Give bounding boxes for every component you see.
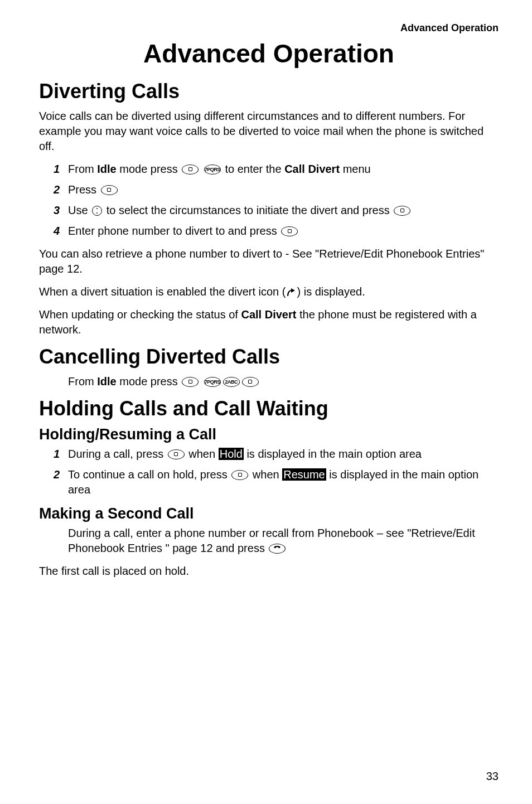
text-fragment: When updating or checking the status of bbox=[39, 308, 241, 321]
text-fragment: is displayed in the main option area bbox=[244, 448, 422, 460]
text-bold: Idle bbox=[97, 375, 116, 388]
text-fragment: menu bbox=[340, 163, 371, 175]
select-button-icon bbox=[242, 377, 259, 387]
diverting-note-icon: When a divert situation is enabled the d… bbox=[39, 284, 499, 299]
select-button-icon bbox=[101, 185, 118, 195]
list-item: 4 Enter phone number to divert to and pr… bbox=[54, 224, 499, 239]
diverting-note-network: When updating or checking the status of … bbox=[39, 307, 499, 337]
diverting-steps-list: 1 From Idle mode press 7PQRS to enter th… bbox=[54, 162, 499, 239]
text-fragment: Use bbox=[68, 204, 91, 216]
step-content: Press bbox=[68, 182, 499, 197]
key-2-icon: 2ABC bbox=[223, 377, 240, 387]
list-item: 2 To continue a call on hold, press when… bbox=[54, 467, 499, 497]
key-7-icon: 7PQRS bbox=[204, 164, 221, 175]
subheading-holding-resuming: Holding/Resuming a Call bbox=[39, 426, 499, 443]
list-item: 3 Use to select the circumstances to ini… bbox=[54, 203, 499, 218]
step-number: 1 bbox=[54, 447, 68, 462]
page-header-section: Advanced Operation bbox=[39, 22, 499, 34]
text-fragment: when bbox=[249, 468, 282, 481]
inverted-label: Resume bbox=[282, 468, 326, 481]
text-fragment: Press bbox=[68, 183, 100, 196]
second-call-note: The first call is placed on hold. bbox=[39, 564, 499, 579]
step-number: 1 bbox=[54, 162, 68, 177]
step-content: Use to select the circumstances to initi… bbox=[68, 203, 499, 218]
step-content: From Idle mode press 7PQRS to enter the … bbox=[68, 162, 499, 177]
step-number: 4 bbox=[54, 224, 68, 239]
holding-steps-list: 1 During a call, press when Hold is disp… bbox=[54, 447, 499, 497]
key-label: 2ABC bbox=[225, 379, 238, 385]
step-content: During a call, press when Hold is displa… bbox=[68, 447, 499, 462]
diverting-note-retrieve: You can also retrieve a phone number to … bbox=[39, 246, 499, 277]
select-button-icon bbox=[182, 164, 199, 175]
step-number: 2 bbox=[54, 467, 68, 482]
text-fragment: To continue a call on hold, press bbox=[68, 468, 230, 481]
text-fragment: to select the circumstances to initiate … bbox=[103, 204, 393, 216]
text-fragment: When a divert situation is enabled the d… bbox=[39, 285, 286, 298]
subheading-second-call: Making a Second Call bbox=[39, 505, 499, 522]
diverting-intro: Voice calls can be diverted using differ… bbox=[39, 109, 499, 154]
text-fragment: From bbox=[68, 163, 97, 175]
text-bold: Idle bbox=[97, 163, 116, 175]
text-fragment: when bbox=[186, 448, 219, 460]
list-item: 2 Press bbox=[54, 182, 499, 197]
key-7-icon: 7PQRS bbox=[204, 377, 221, 387]
heading-diverting-calls: Diverting Calls bbox=[39, 80, 499, 103]
list-item: 1 From Idle mode press 7PQRS to enter th… bbox=[54, 162, 499, 177]
second-call-body: During a call, enter a phone number or r… bbox=[68, 526, 499, 556]
cancelling-body: From Idle mode press 7PQRS2ABC bbox=[68, 374, 499, 389]
step-number: 3 bbox=[54, 203, 68, 218]
select-button-icon bbox=[168, 449, 185, 459]
chapter-title: Advanced Operation bbox=[39, 38, 499, 69]
select-button-icon bbox=[182, 377, 199, 387]
text-fragment: During a call, press bbox=[68, 448, 167, 460]
text-fragment: mode press bbox=[117, 375, 181, 388]
heading-holding: Holding Calls and Call Waiting bbox=[39, 397, 499, 420]
step-content: Enter phone number to divert to and pres… bbox=[68, 224, 499, 239]
heading-cancelling: Cancelling Diverted Calls bbox=[39, 345, 499, 369]
call-button-icon bbox=[269, 544, 286, 554]
select-button-icon bbox=[281, 226, 298, 236]
select-button-icon bbox=[231, 470, 248, 480]
text-bold: Call Divert bbox=[241, 308, 296, 321]
page-number: 33 bbox=[486, 770, 499, 783]
divert-icon bbox=[286, 287, 297, 297]
list-item: 1 During a call, press when Hold is disp… bbox=[54, 447, 499, 462]
key-label: 7PQRS bbox=[205, 379, 220, 385]
inverted-label: Hold bbox=[219, 448, 244, 460]
step-content: To continue a call on hold, press when R… bbox=[68, 467, 499, 497]
text-fragment: ) is displayed. bbox=[297, 285, 365, 298]
text-fragment: From bbox=[68, 375, 97, 388]
text-fragment: to enter the bbox=[222, 163, 284, 175]
text-bold: Call Divert bbox=[284, 163, 340, 175]
select-button-icon bbox=[394, 206, 410, 216]
nav-key-icon bbox=[92, 206, 102, 216]
key-label: 7PQRS bbox=[205, 166, 220, 173]
text-fragment: Enter phone number to divert to and pres… bbox=[68, 225, 280, 237]
step-number: 2 bbox=[54, 182, 68, 197]
text-fragment: mode press bbox=[117, 163, 181, 175]
